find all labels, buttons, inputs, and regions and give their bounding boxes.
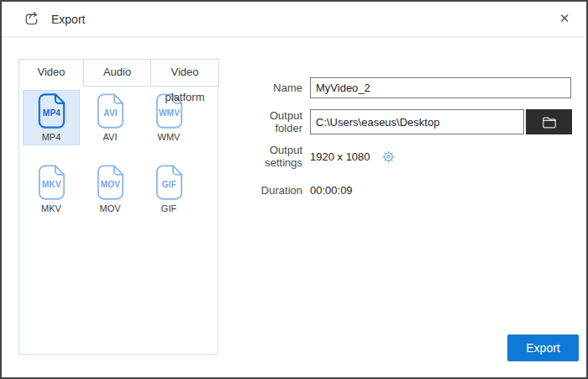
format-caption: MOV bbox=[99, 203, 120, 213]
resolution-value: 1920 x 1080 bbox=[310, 150, 370, 163]
titlebar: Export ✕ bbox=[2, 2, 586, 38]
gear-icon bbox=[381, 150, 396, 164]
format-tabs: Video Audio Video platform bbox=[18, 59, 219, 87]
avi-file-icon: AVI bbox=[95, 92, 126, 129]
duration-value: 00:00:09 bbox=[310, 184, 353, 197]
tab-audio[interactable]: Audio bbox=[84, 59, 151, 86]
name-row: Name bbox=[241, 77, 571, 98]
format-tile-mkv[interactable]: MKV MKV bbox=[23, 161, 80, 217]
output-folder-input[interactable] bbox=[310, 109, 524, 134]
browse-folder-button[interactable] bbox=[526, 109, 572, 134]
close-button[interactable]: ✕ bbox=[549, 6, 580, 31]
export-dialog: Export ✕ Video Audio Video platform MP4 … bbox=[0, 0, 588, 379]
format-caption: MKV bbox=[41, 203, 61, 213]
output-settings-row: Output settings 1920 x 1080 bbox=[241, 148, 396, 165]
svg-text:MOV: MOV bbox=[100, 180, 120, 189]
svg-text:AVI: AVI bbox=[103, 108, 118, 118]
format-tile-avi[interactable]: AVI AVI bbox=[81, 90, 139, 145]
mp4-file-icon: MP4 bbox=[36, 92, 67, 129]
folder-icon bbox=[541, 114, 558, 129]
svg-text:WMV: WMV bbox=[158, 108, 179, 118]
format-caption: AVI bbox=[103, 132, 118, 142]
duration-row: Duration 00:00:09 bbox=[241, 182, 353, 198]
tab-video-platform[interactable]: Video platform bbox=[151, 59, 219, 86]
format-caption: MP4 bbox=[42, 132, 61, 142]
format-tile-mp4[interactable]: MP4 MP4 bbox=[23, 90, 80, 145]
output-settings-label: Output settings bbox=[241, 144, 302, 169]
mkv-file-icon: MKV bbox=[36, 164, 67, 201]
format-tile-mov[interactable]: MOV MOV bbox=[81, 161, 139, 217]
output-settings-button[interactable] bbox=[381, 150, 396, 164]
output-folder-row: Output folder bbox=[241, 109, 572, 134]
format-tile-gif[interactable]: GIF GIF bbox=[140, 161, 197, 217]
output-folder-label: Output folder bbox=[241, 109, 302, 134]
svg-text:GIF: GIF bbox=[161, 180, 176, 189]
mov-file-icon: MOV bbox=[95, 164, 126, 201]
gif-file-icon: GIF bbox=[154, 164, 185, 201]
name-input[interactable] bbox=[310, 77, 571, 98]
duration-label: Duration bbox=[241, 184, 302, 197]
format-panel: MP4 MP4 AVI AVI WMV WMV bbox=[18, 86, 218, 355]
export-button[interactable]: Export bbox=[507, 334, 579, 361]
svg-text:MP4: MP4 bbox=[42, 108, 60, 118]
format-caption: GIF bbox=[161, 203, 176, 213]
name-label: Name bbox=[241, 82, 302, 94]
svg-text:MKV: MKV bbox=[42, 180, 61, 189]
window-title: Export bbox=[51, 13, 85, 26]
export-share-icon bbox=[23, 10, 40, 28]
format-caption: WMV bbox=[158, 132, 181, 142]
tab-video[interactable]: Video bbox=[18, 59, 84, 87]
